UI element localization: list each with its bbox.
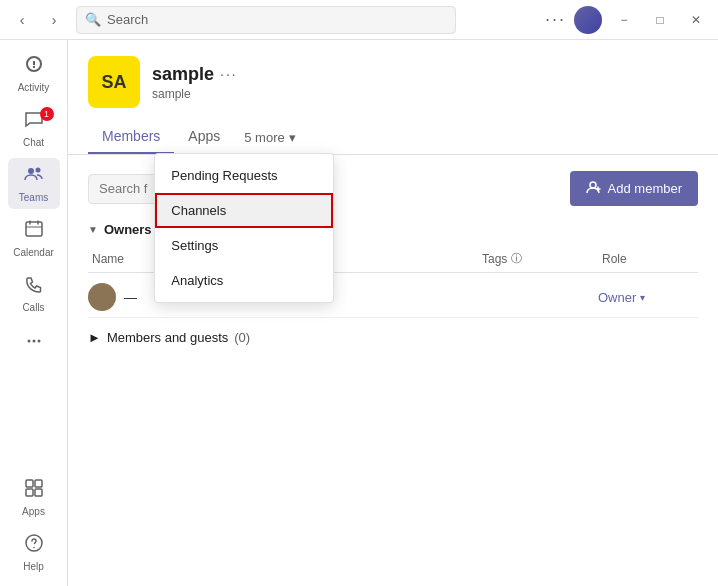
add-member-icon bbox=[586, 179, 602, 198]
tab-more-container: 5 more ▾ Pending Requests Channels Setti… bbox=[234, 122, 305, 153]
svg-point-1 bbox=[35, 168, 40, 173]
col-tags: Tags ⓘ bbox=[478, 249, 598, 268]
search-icon: 🔍 bbox=[85, 12, 101, 27]
team-name: sample bbox=[152, 64, 214, 85]
user-avatar[interactable] bbox=[574, 6, 602, 34]
calendar-icon bbox=[24, 219, 44, 244]
nav-buttons: ‹ › bbox=[8, 6, 68, 34]
tab-more-chevron: ▾ bbox=[289, 130, 296, 145]
maximize-button[interactable]: □ bbox=[646, 6, 674, 34]
title-bar-right: ··· − □ ✕ bbox=[545, 6, 710, 34]
forward-button[interactable]: › bbox=[40, 6, 68, 34]
more-button[interactable] bbox=[24, 331, 44, 356]
sidebar-item-teams[interactable]: Teams bbox=[8, 158, 60, 209]
dropdown-menu: Pending Requests Channels Settings Analy… bbox=[154, 153, 334, 303]
team-avatar: SA bbox=[88, 56, 140, 108]
members-guests-section[interactable]: ► Members and guests (0) bbox=[88, 330, 698, 345]
tags-info-icon[interactable]: ⓘ bbox=[511, 251, 522, 266]
title-bar: ‹ › 🔍 Search ··· − □ ✕ bbox=[0, 0, 718, 40]
add-member-button[interactable]: Add member bbox=[570, 171, 698, 206]
col-role: Role bbox=[598, 249, 698, 268]
calendar-label: Calendar bbox=[13, 247, 54, 258]
svg-point-4 bbox=[32, 340, 35, 343]
svg-point-12 bbox=[590, 182, 596, 188]
members-guests-label: Members and guests bbox=[107, 330, 228, 345]
activity-label: Activity bbox=[18, 82, 50, 93]
teams-icon bbox=[24, 164, 44, 189]
member-avatar bbox=[88, 283, 116, 311]
svg-rect-9 bbox=[35, 489, 42, 496]
team-subtitle: sample bbox=[152, 87, 238, 101]
help-icon bbox=[24, 533, 44, 558]
dropdown-item-settings[interactable]: Settings bbox=[155, 228, 333, 263]
sidebar-item-chat[interactable]: 1 Chat bbox=[8, 103, 60, 154]
add-member-label: Add member bbox=[608, 181, 682, 196]
team-name-row: sample ··· bbox=[152, 64, 238, 85]
search-placeholder: Search bbox=[107, 12, 148, 27]
member-name: — bbox=[124, 290, 137, 305]
minimize-button[interactable]: − bbox=[610, 6, 638, 34]
svg-point-5 bbox=[37, 340, 40, 343]
activity-icon bbox=[24, 54, 44, 79]
member-role[interactable]: Owner ▾ bbox=[598, 290, 698, 305]
members-guests-arrow: ► bbox=[88, 330, 101, 345]
role-chevron: ▾ bbox=[640, 292, 645, 303]
sidebar-item-calls[interactable]: Calls bbox=[8, 268, 60, 319]
members-guests-count: (0) bbox=[234, 330, 250, 345]
back-button[interactable]: ‹ bbox=[8, 6, 36, 34]
calls-icon bbox=[24, 274, 44, 299]
teams-label: Teams bbox=[19, 192, 48, 203]
sidebar-item-help[interactable]: Help bbox=[8, 527, 60, 578]
svg-point-11 bbox=[33, 547, 35, 549]
chat-badge: 1 bbox=[40, 107, 54, 121]
svg-point-0 bbox=[28, 168, 34, 174]
tab-more[interactable]: 5 more ▾ bbox=[234, 122, 305, 153]
tab-members[interactable]: Members bbox=[88, 120, 174, 154]
team-options-button[interactable]: ··· bbox=[220, 66, 238, 82]
svg-rect-6 bbox=[26, 480, 33, 487]
chat-label: Chat bbox=[23, 137, 44, 148]
sidebar-item-activity[interactable]: Activity bbox=[8, 48, 60, 99]
close-button[interactable]: ✕ bbox=[682, 6, 710, 34]
dropdown-item-channels[interactable]: Channels bbox=[155, 193, 333, 228]
dropdown-item-analytics[interactable]: Analytics bbox=[155, 263, 333, 298]
content-area: SA sample ··· sample Members Apps 5 more bbox=[68, 40, 718, 586]
svg-rect-2 bbox=[26, 222, 42, 236]
owners-arrow: ▼ bbox=[88, 224, 98, 235]
sidebar-item-calendar[interactable]: Calendar bbox=[8, 213, 60, 264]
sidebar-bottom: Apps Help bbox=[8, 472, 60, 578]
sidebar-item-apps[interactable]: Apps bbox=[8, 472, 60, 523]
svg-rect-7 bbox=[35, 480, 42, 487]
svg-rect-8 bbox=[26, 489, 33, 496]
svg-point-3 bbox=[27, 340, 30, 343]
help-label: Help bbox=[23, 561, 44, 572]
team-info: sample ··· sample bbox=[152, 64, 238, 101]
owners-label: Owners bbox=[104, 222, 152, 237]
apps-label: Apps bbox=[22, 506, 45, 517]
tabs: Members Apps 5 more ▾ Pending Requests C… bbox=[88, 120, 698, 154]
search-bar[interactable]: 🔍 Search bbox=[76, 6, 456, 34]
sidebar: Activity 1 Chat Teams Calendar Calls bbox=[0, 40, 68, 586]
title-dots[interactable]: ··· bbox=[545, 9, 566, 30]
team-header: SA sample ··· sample Members Apps 5 more bbox=[68, 40, 718, 155]
dropdown-item-pending[interactable]: Pending Requests bbox=[155, 158, 333, 193]
tab-more-label: 5 more bbox=[244, 130, 284, 145]
apps-icon bbox=[24, 478, 44, 503]
team-title-row: SA sample ··· sample bbox=[88, 56, 698, 108]
role-label: Owner bbox=[598, 290, 636, 305]
calls-label: Calls bbox=[22, 302, 44, 313]
tab-apps[interactable]: Apps bbox=[174, 120, 234, 154]
